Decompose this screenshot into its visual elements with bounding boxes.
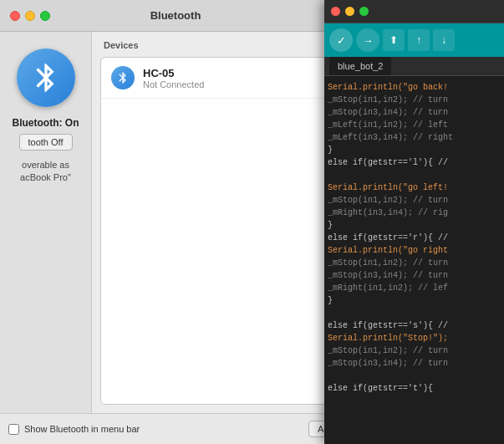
devices-list: HC-05 Not Connected [100,57,343,405]
new-button[interactable]: ⬆ [383,29,405,51]
bluetooth-panel: Bluetooth ⌕ Bluetooth: On tooth Off over… [0,0,351,444]
code-line: _mRight(in3,in4); // rig [328,207,501,219]
code-line: else if(getstr=='t'){ [328,382,501,395]
code-line: } [328,144,501,156]
code-line [328,370,501,382]
arduino-close-button[interactable] [331,7,340,16]
bluetooth-icon-circle [17,48,75,107]
arduino-panel: ✓ → ⬆ ↑ ↓ blue_bot_2 Serial.println("go … [324,0,504,444]
window-title: Bluetooth [150,9,201,22]
arduino-toolbar: ✓ → ⬆ ↑ ↓ [324,23,504,57]
code-line: _mLeft(in3,in4); // right [328,131,501,144]
window-controls [10,11,50,21]
arduino-maximize-button[interactable] [359,7,369,16]
code-line: else if(getstr=='l'){ // [328,156,501,169]
code-line: _mStop(in1,in2); // turn [328,194,501,207]
code-line: } [328,294,501,307]
close-button[interactable] [10,11,20,21]
code-line [328,307,501,319]
devices-header: Devices [100,40,343,50]
code-line: } [328,219,501,232]
show-menubar-label[interactable]: Show Bluetooth in menu bar [8,424,140,435]
arduino-titlebar [324,0,504,23]
code-line: Serial.println("go back! [328,81,501,94]
tab-blue-bot-2[interactable]: blue_bot_2 [329,57,391,75]
code-line: Serial.println("Stop!"); [328,332,501,344]
upload-button[interactable]: → [356,28,379,52]
bluetooth-content: Bluetooth: On tooth Off overable as acBo… [0,32,351,413]
device-info: HC-05 Not Connected [143,67,204,89]
bluetooth-icon [29,61,63,94]
device-name: HC-05 [143,67,204,79]
open-button[interactable]: ↑ [408,29,430,51]
arduino-minimize-button[interactable] [345,7,354,16]
code-line [328,169,501,181]
verify-button[interactable]: ✓ [329,28,353,52]
code-line: Serial.println("go right [328,244,501,257]
code-line: _mStop(in1,in2); // turn [328,94,501,106]
code-line: Serial.println("go left! [328,181,501,194]
bluetooth-toolbar: Bluetooth ⌕ [0,0,351,32]
bluetooth-off-button[interactable]: tooth Off [19,134,73,151]
device-bluetooth-icon [111,66,135,89]
code-line: _mStop(in3,in4); // turn [328,269,501,282]
show-menubar-checkbox[interactable] [8,424,19,435]
code-line: else if(getstr=='s'){ // [328,319,501,332]
discoverable-label: overable as acBook Pro" [13,159,78,185]
code-line: else if(getstr=='r'){ // [328,232,501,244]
bluetooth-main: Devices HC-05 Not Connected [92,32,351,413]
device-item[interactable]: HC-05 Not Connected [101,58,342,99]
maximize-button[interactable] [40,11,50,21]
save-button[interactable]: ↓ [433,29,455,51]
device-connection-status: Not Connected [143,79,204,89]
code-line: _mStop(in3,in4); // turn [328,106,501,119]
bluetooth-status: Bluetooth: On [13,117,79,129]
arduino-tabs: blue_bot_2 [324,57,504,76]
code-editor[interactable]: Serial.println("go back! _mStop(in1,in2)… [324,76,504,444]
code-line: _mStop(in3,in4); // turn [328,357,501,370]
code-line: _mStop(in1,in2); // turn [328,344,501,357]
bt-small-icon [116,71,130,84]
bluetooth-footer: Show Bluetooth in menu bar Adv [0,413,351,444]
minimize-button[interactable] [25,11,35,21]
code-line: _mStop(in1,in2); // turn [328,257,501,269]
code-line: _mLeft(in1,in2); // left [328,119,501,131]
bluetooth-sidebar: Bluetooth: On tooth Off overable as acBo… [0,32,92,413]
code-line: _mRight(in1,in2); // lef [328,282,501,294]
